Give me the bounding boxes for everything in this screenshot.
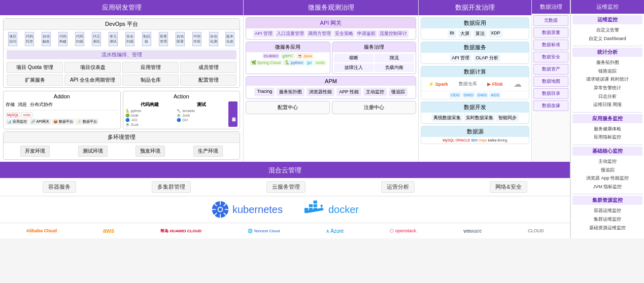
env-prod[interactable]: 生产环境 [193,146,223,157]
hybrid-network-security[interactable]: 网络&安全 [490,181,527,193]
data-calc-box: 数据计算 ⚡ Spark 数据仓库 ▶ Flink ☁ ODS [421,66,529,99]
provider-aws: aws [103,227,115,234]
apm-box: APM Tracing 服务拓扑图 浏览器性能 APP 性能 主动监控 慢追踪 [246,76,416,99]
monitor-cluster-ops[interactable]: 集群运维监控 [572,215,642,224]
apm-app-perf: APP 性能 [336,88,361,96]
dg-lineage: 数据血缘 [533,100,568,111]
monitor-group-ops-title: 运维监控 [572,15,642,24]
monitor-custom-dashboard[interactable]: 自定义 Dashboard [572,34,642,43]
monitor-container-ops[interactable]: 容器运维监控 [572,206,642,215]
data-app-screen: 大屏 [458,30,471,38]
feature-config[interactable]: 配置管理 [180,75,236,86]
dws-item: DWS [476,92,489,98]
data-service-header: 数据服务 [421,42,529,53]
api-gateway-header: API 网关 [246,18,416,28]
data-service-items: API 管理 OLAP 分析 [421,53,529,63]
apm-slow-trace: 慢追踪 [389,88,408,96]
monitor-weekly-report[interactable]: 运维日报 周报 [572,100,642,109]
ods-item: ODS [449,92,461,98]
src-mysql: MySQL [443,138,454,142]
devops-item: 代码托管 [25,32,34,47]
devops-item: 单元测试 [109,32,118,47]
monitor-topology[interactable]: 服务拓扑图 [572,58,642,67]
monitor-jvm[interactable]: JVM 指标监控 [572,183,642,191]
app-dev-header: 应用研发管理 [0,0,243,15]
feature-extend[interactable]: 扩展服务 [7,75,63,86]
cloud-logo: ☁ [514,79,522,89]
env-dev[interactable]: 开发环境 [20,146,50,157]
monitor-exception-stats[interactable]: 异常告警统计 [572,84,642,92]
data-dev-header: 数据开发 [421,102,529,113]
monitor-trace[interactable]: 链路追踪 [572,67,642,76]
aws-logo: aws [103,227,115,234]
config-center: 配置中心 [246,101,330,114]
devops-section: DevOps 平台 项目目问 代码托管 自动触发 代码构建 代码扫描 代元测试 … [3,18,240,88]
env-items: 开发环境 测试环境 预发环境 生产环境 [4,143,240,159]
monitor-slow-trace[interactable]: 慢追踪 [572,166,642,174]
data-dev-realtime: 实时数据采集 [464,114,495,122]
hybrid-container[interactable]: 容器服务 [43,181,76,193]
huawei-logo: 華為 HUAWEI CLOUD [160,228,201,234]
data-dev-box: 数据开发 离线数据采集 实时数据采集 智能同步 [421,101,529,124]
logo-dubbo: DUBBO [262,53,280,59]
data-dev-items: 离线数据采集 实时数据采集 智能同步 [421,113,529,123]
flink-logo: ▶ Flink [487,82,503,87]
api-gateway-items: API 管理 入口流量管理 调用方管理 安全策略 申请鉴权 流量控制审计 [246,28,416,39]
hybrid-multi-cluster[interactable]: 多集群管理 [152,181,191,193]
monitor-custom-alert[interactable]: 自定义告警 [572,26,642,34]
monitor-health-check[interactable]: 服务健康体检 [572,125,642,133]
svg-rect-14 [309,204,313,207]
monitor-infra-ops[interactable]: 基础资源运维监控 [572,224,642,232]
src-kafka: kafka [488,138,497,142]
features-grid: 项目 Quota 管理 项目仪表盘 应用管理 成员管理 扩展服务 API 全生命… [4,60,240,87]
data-dev-sync: 智能同步 [496,114,519,122]
centers-row: 配置中心 注册中心 [246,101,416,116]
action-test-items: 🔧 annable ☕ Junit 🔵 GO [177,109,226,122]
addon-icons-row: 📊 应用监控 🔗 API网关 📦 数据平台 ⚡ 数据平台 [6,119,118,125]
docker-text: docker [328,204,359,216]
provider-vmware: vmware [463,228,482,234]
api-item-security: 安全策略 [333,30,355,38]
action-python: 🐍 python [125,109,175,113]
monitor-group-stats: 统计分析 服务拓扑图 链路追踪 请求错误课 耗时统计 异常告警统计 日志分析 运… [572,48,642,109]
addon-action-row: Addon 存储 消息 分布式协作 MySQL redis 📊 应用监控 [3,91,240,129]
hybrid-cloud-section: 混合云管理 容器服务 多集群管理 云服务管理 运营分析 网络&安全 [0,162,570,238]
logo-java: ☕ Java [296,53,314,59]
feature-api-lifecycle[interactable]: API 全生命周期管理 [64,75,121,86]
addon-distributed: 分布式协作 [30,101,53,108]
src-binlog: Binlog [497,138,507,142]
data-dev-offline: 离线数据采集 [431,114,463,122]
data-header: 数据开发治理 [419,0,531,15]
feature-member[interactable]: 成员管理 [180,62,236,73]
feature-quota[interactable]: 项目 Quota 管理 [7,62,63,73]
data-source-items: MySQL ORACLE IBM Odps kafka Binlog [421,137,529,144]
data-svc-api: API 管理 [450,54,471,62]
monitor-req-stats[interactable]: 请求错误课 耗时统计 [572,75,642,84]
feature-artifact[interactable]: 制品仓库 [122,75,179,86]
monitor-log-analysis[interactable]: 日志分析 [572,92,642,101]
addon-section: Addon 存储 消息 分布式协作 MySQL redis 📊 应用监控 [3,91,121,129]
apm-items: Tracing 服务拓扑图 浏览器性能 APP 性能 主动监控 慢追踪 [246,86,416,98]
feature-appmanage[interactable]: 应用管理 [122,62,179,73]
data-governance-header: 数据治理 [532,0,570,14]
env-test[interactable]: 测试环境 [78,146,108,157]
hybrid-cloud-service[interactable]: 云服务管理 [266,181,306,193]
env-pre[interactable]: 预发环境 [135,146,165,157]
monitor-browser-perf[interactable]: 浏览器 App 性能监控 [572,174,642,183]
service-lb: 负载均衡 [375,63,414,72]
action-node: 🟢 node [125,114,175,118]
monitor-app-metrics[interactable]: 应用指标监控 [572,133,642,142]
tencent-logo: 🌐 Tencent Cloud [248,229,280,233]
feature-dashboard[interactable]: 项目仪表盘 [64,62,121,73]
action-inner: 代码构建 🐍 python 🟢 node 🔵 -GO ☕ JLua 测试 [125,101,238,127]
service-manage-box: 服务治理 熔断 限流 故障注入 负载均衡 [332,42,417,74]
devops-item: 制品核 [142,32,151,47]
api-gateway-box: API 网关 API 管理 入口流量管理 调用方管理 安全策略 申请鉴权 流量控… [246,17,416,40]
addon-icon-data: 📦 数据平台 [52,119,75,125]
data-app-xdp: XDP [489,30,502,38]
monitor-active[interactable]: 主动监控 [572,157,642,166]
devops-item: 自动触发 [42,32,51,47]
hybrid-ops-analysis[interactable]: 运营分析 [381,181,415,193]
monitor-group-core: 基础核心监控 主动监控 慢追踪 浏览器 App 性能监控 JVM 指标监控 [572,147,642,191]
dg-items-container: 元数据 数据质量 数据标准 数据安全 数据资产 数据地图 数据目录 数据血缘 [532,14,570,114]
